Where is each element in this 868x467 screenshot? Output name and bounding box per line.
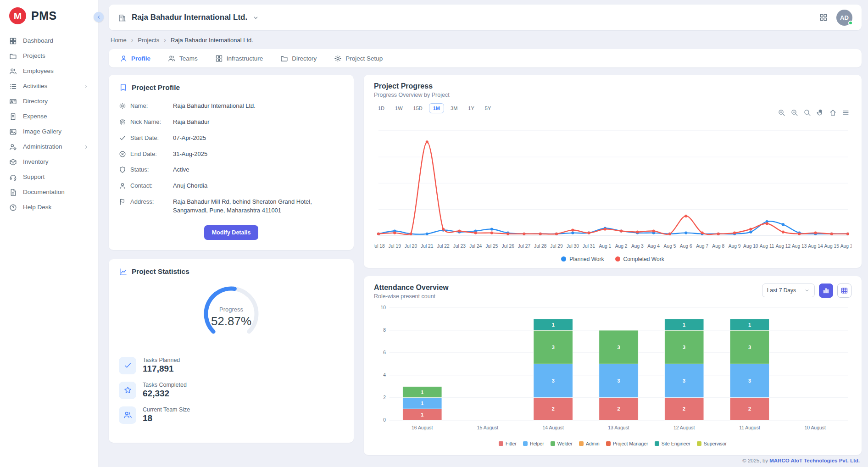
svg-text:14 August: 14 August (543, 425, 564, 430)
legend-item-project-manager[interactable]: Project Manager (606, 441, 648, 446)
svg-text:Aug 2: Aug 2 (615, 244, 628, 249)
sidebar-item-documentation[interactable]: Documentation (0, 185, 98, 200)
sidebar-item-projects[interactable]: Projects (0, 49, 98, 64)
tab-directory[interactable]: Directory (280, 55, 317, 62)
breadcrumb: Home›Projects›Raja Bahadur International… (111, 36, 860, 44)
attendance-overview-card: Attendance Overview Role-wise present co… (364, 276, 862, 455)
administration-icon (9, 143, 17, 151)
legend-item-planned-work[interactable]: Planned Work (561, 256, 604, 262)
sidebar-item-inventory[interactable]: Inventory (0, 155, 98, 170)
zoom-selection-icon[interactable] (803, 109, 811, 117)
legend-item-admin[interactable]: Admin (579, 441, 600, 446)
table-view-button[interactable] (837, 284, 851, 298)
sidebar-item-label: Projects (23, 52, 45, 60)
chart-toolbar (778, 109, 850, 117)
svg-text:Aug 11: Aug 11 (760, 244, 774, 249)
field-label: Start Date: (130, 134, 169, 143)
project-progress-card: Project Progress Progress Overview by Pr… (364, 75, 862, 268)
company-selector[interactable]: Raja Bahadur International Ltd. (118, 13, 259, 22)
svg-text:Jul 21: Jul 21 (421, 244, 434, 249)
progress-chart-legend: Planned WorkCompleted Work (374, 256, 851, 262)
legend-item-supervisor[interactable]: Supervisor (697, 441, 727, 446)
range-button-3m[interactable]: 3M (446, 103, 462, 113)
sidebar-item-expense[interactable]: Expense (0, 109, 98, 124)
home-icon[interactable] (829, 109, 837, 117)
sidebar-item-image-gallery[interactable]: Image Gallery (0, 124, 98, 139)
svg-text:13 August: 13 August (608, 425, 629, 430)
svg-text:1: 1 (421, 400, 423, 406)
svg-text:Aug 6: Aug 6 (680, 244, 692, 249)
sidebar-collapse-button[interactable] (94, 12, 104, 22)
tab-project-setup[interactable]: Project Setup (334, 55, 383, 62)
sidebar-item-dashboard[interactable]: Dashboard (0, 33, 98, 49)
profile-field-address: Address:Raja Bahadur Mill Rd, behind She… (119, 194, 344, 219)
progress-gauge: Progress 52.87% (195, 280, 268, 349)
legend-label: Project Manager (613, 441, 648, 446)
legend-swatch (606, 441, 611, 446)
svg-text:Jul 18: Jul 18 (374, 244, 385, 249)
bar-chart-view-button[interactable] (819, 284, 833, 298)
pan-icon[interactable] (816, 109, 824, 117)
footer: © 2025, by MARCO AIoT Technologies Pvt. … (111, 458, 860, 463)
legend-item-completed-work[interactable]: Completed Work (615, 256, 664, 262)
sidebar-item-label: Directory (23, 98, 48, 105)
range-button-1m[interactable]: 1M (429, 103, 444, 113)
sidebar-item-activities[interactable]: Activities (0, 79, 98, 94)
tab-teams[interactable]: Teams (168, 55, 198, 62)
app-logo: M PMS (0, 0, 98, 33)
range-button-1d[interactable]: 1D (374, 103, 389, 113)
field-value: 31-Aug-2025 (173, 150, 344, 159)
footer-company-link[interactable]: MARCO AIoT Technologies Pvt. Ltd. (769, 458, 860, 463)
card-title: Project Statistics (132, 267, 189, 276)
svg-text:10: 10 (380, 305, 386, 310)
sidebar-item-support[interactable]: Support (0, 170, 98, 185)
apps-grid-icon[interactable] (819, 13, 828, 22)
directory-icon (9, 98, 17, 106)
svg-text:Aug 13: Aug 13 (792, 244, 807, 249)
range-button-15d[interactable]: 15D (409, 103, 427, 113)
card-header: Project Statistics (119, 267, 344, 276)
tab-profile[interactable]: Profile (120, 55, 150, 62)
sidebar-item-administration[interactable]: Administration (0, 139, 98, 155)
stat-current-team-size: Current Team Size18 (119, 403, 344, 428)
svg-text:3: 3 (617, 378, 620, 384)
field-label: Contact: (130, 182, 169, 190)
legend-item-fitter[interactable]: Fitter (499, 441, 517, 446)
legend-swatch (615, 256, 620, 261)
svg-text:1: 1 (748, 322, 751, 327)
range-button-1w[interactable]: 1W (391, 103, 407, 113)
user-avatar[interactable]: AD (836, 10, 852, 26)
stat-tasks-planned: Tasks Planned117,891 (119, 353, 344, 378)
range-button-5y[interactable]: 5Y (481, 103, 495, 113)
field-value: 07-Apr-2025 (173, 134, 344, 143)
card-header: Project Profile (119, 83, 344, 92)
zoom-out-icon[interactable] (790, 109, 798, 117)
field-label: Name: (130, 102, 169, 111)
date-range-select[interactable]: Last 7 Days (762, 284, 815, 297)
legend-item-site-engineer[interactable]: Site Engineer (655, 441, 690, 446)
sidebar-item-employees[interactable]: Employees (0, 64, 98, 79)
menu-icon[interactable] (842, 109, 850, 117)
legend-label: Planned Work (569, 256, 604, 262)
legend-item-helper[interactable]: Helper (523, 441, 544, 446)
svg-text:Jul 29: Jul 29 (550, 244, 563, 249)
sidebar-item-help-desk[interactable]: Help Desk (0, 200, 98, 215)
svg-text:Aug 9: Aug 9 (729, 244, 741, 249)
svg-text:1: 1 (683, 322, 685, 327)
breadcrumb-item-home[interactable]: Home (111, 37, 127, 44)
range-button-1y[interactable]: 1Y (464, 103, 478, 113)
inventory-icon (9, 158, 17, 166)
legend-item-welder[interactable]: Welder (551, 441, 573, 446)
zoom-in-icon[interactable] (778, 109, 785, 117)
tab-infrastructure[interactable]: Infrastructure (215, 55, 263, 62)
sidebar-item-label: Dashboard (23, 37, 53, 44)
sidebar-item-directory[interactable]: Directory (0, 94, 98, 109)
breadcrumb-item-projects[interactable]: Projects (138, 37, 159, 44)
attendance-controls: Last 7 Days (762, 284, 851, 298)
breadcrumb-item-raja-bahadur-international-ltd: Raja Bahadur International Ltd. (171, 37, 253, 44)
svg-text:Aug 10: Aug 10 (743, 244, 758, 249)
fingerprint-icon (119, 118, 126, 126)
svg-text:10 August: 10 August (804, 425, 826, 430)
svg-text:Jul 31: Jul 31 (583, 244, 595, 249)
modify-details-button[interactable]: Modify Details (204, 225, 259, 240)
